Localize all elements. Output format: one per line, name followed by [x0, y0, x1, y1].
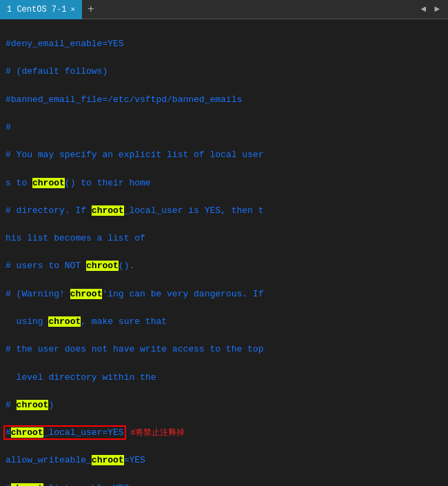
line-8: his list becomes a list of [6, 232, 442, 245]
tab-label: 1 CentOS 7-1 [7, 5, 66, 14]
line-15: #chroot_local_user=YES#将禁止注释掉 [6, 426, 442, 440]
line-7: # directory. If chroot_local_user is YES… [6, 204, 442, 218]
nav-prev-icon[interactable]: ◄ [418, 3, 429, 16]
highlight-chroot-4: chroot [70, 289, 103, 299]
line-9: # users to NOT chroot(). [6, 259, 442, 273]
line-6: s to chroot() to their home [6, 176, 442, 190]
line-16: allow_writeable_chroot=YES [6, 454, 442, 467]
highlight-chroot-8: chroot [92, 455, 124, 465]
line-2: # (default follows) [6, 65, 442, 79]
line-14: # chroot) [6, 398, 442, 412]
code-editor[interactable]: #deny_email_enable=YES # (default follow… [0, 19, 448, 486]
highlight-chroot-3: chroot [86, 261, 119, 271]
line-13: level directory within the [6, 371, 442, 385]
line-4: # [6, 121, 442, 134]
highlight-chroot-1: chroot [32, 178, 65, 188]
line-5: # You may specify an explicit list of lo… [6, 148, 442, 162]
line-1: #deny_email_enable=YES [6, 37, 442, 51]
chroot-local-user-line: #chroot_local_user=YES [6, 427, 124, 438]
tab-centos[interactable]: 1 CentOS 7-1 × [0, 0, 82, 19]
annotation-text: #将禁止注释掉 [131, 427, 185, 437]
line-3: #banned_email_file=/etc/vsftpd/banned_em… [6, 93, 442, 107]
nav-next-icon[interactable]: ► [431, 3, 442, 16]
highlight-chroot-9: chroot [11, 483, 43, 486]
line-17: #chroot_list_enable=YES [6, 482, 442, 486]
highlight-chroot-2: chroot [92, 205, 124, 216]
line-10: # (Warning! chroot'ing can be very dange… [6, 287, 442, 301]
highlight-chroot-5: chroot [48, 316, 81, 327]
highlight-chroot-7: chroot [11, 427, 43, 438]
tab-close-icon[interactable]: × [70, 6, 75, 14]
tab-add-button[interactable]: + [82, 0, 100, 19]
line-12: # the user does not have write access to… [6, 343, 442, 356]
tab-bar: 1 CentOS 7-1 × + ◄ ► [0, 0, 448, 19]
line-11: using chroot, make sure that [6, 315, 442, 329]
highlight-chroot-6: chroot [17, 400, 49, 410]
